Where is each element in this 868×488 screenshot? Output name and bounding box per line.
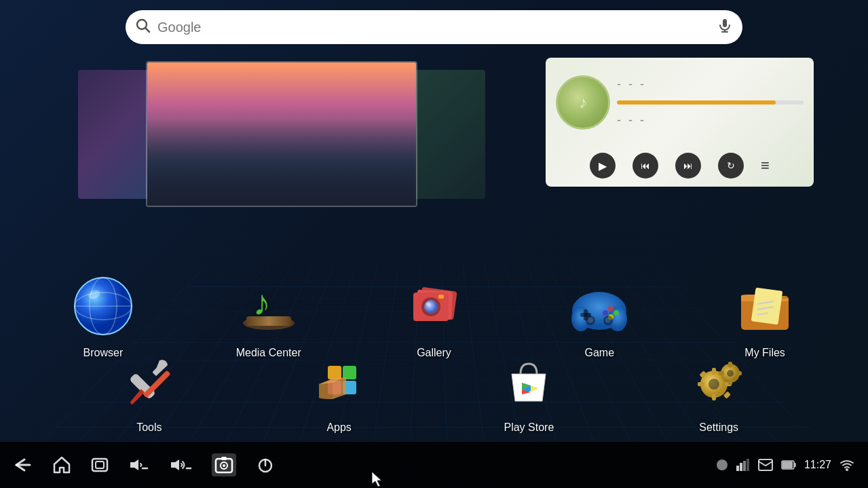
media-center-icon: ♪ [235, 272, 303, 340]
gallery-widget[interactable] [78, 58, 495, 210]
music-top: - - - - - - [546, 58, 814, 147]
svg-point-33 [605, 318, 611, 323]
svg-rect-65 [96, 462, 104, 468]
app-my-files[interactable]: My Files [711, 272, 819, 359]
settings-label: Settings [699, 421, 738, 434]
tools-icon [115, 347, 183, 415]
svg-rect-53 [712, 394, 716, 400]
music-info: - - - - - - [617, 77, 804, 128]
svg-text:♪: ♪ [253, 283, 271, 322]
svg-rect-44 [328, 366, 341, 379]
apps-row-1: Browser ♪ [0, 272, 868, 359]
email-icon[interactable] [758, 459, 773, 471]
svg-rect-75 [736, 466, 739, 471]
svg-point-18 [424, 300, 438, 314]
svg-point-27 [614, 310, 619, 316]
power-button[interactable] [257, 456, 274, 474]
photo-right [411, 70, 485, 199]
svg-point-71 [223, 464, 225, 467]
svg-point-59 [727, 370, 734, 377]
taskbar-left [14, 453, 274, 476]
svg-line-1 [146, 28, 150, 32]
playlist-button[interactable]: ≡ [761, 157, 770, 174]
clock: 11:27 [804, 459, 831, 471]
home-button[interactable] [53, 456, 71, 474]
signal-icon [736, 459, 750, 471]
svg-rect-54 [698, 382, 704, 386]
app-apps[interactable]: Apps [285, 347, 394, 434]
app-game[interactable]: Game [545, 272, 654, 359]
svg-rect-64 [92, 459, 107, 471]
volume-up-button[interactable] [170, 457, 191, 473]
apps-label: Apps [326, 421, 351, 434]
music-title: - - - [617, 77, 804, 92]
app-settings[interactable]: Settings [664, 347, 773, 434]
svg-point-83 [846, 468, 848, 471]
rewind-button[interactable]: ⏮ [633, 153, 658, 179]
search-input[interactable] [157, 20, 711, 35]
svg-rect-69 [221, 457, 227, 460]
svg-point-74 [717, 459, 728, 470]
app-media-center[interactable]: ♪ Media Center [214, 272, 323, 359]
svg-point-31 [588, 318, 593, 323]
tools-label: Tools [136, 421, 162, 434]
svg-point-28 [603, 310, 608, 316]
svg-rect-82 [782, 462, 793, 468]
recent-apps-button[interactable] [91, 457, 109, 472]
app-tools[interactable]: Tools [95, 347, 204, 434]
my-files-icon [731, 272, 799, 340]
search-bar [126, 10, 742, 44]
svg-rect-62 [719, 371, 724, 375]
apps-icon [305, 347, 373, 415]
wifi-icon [839, 459, 854, 471]
battery-icon [781, 460, 796, 470]
browser-icon [69, 272, 137, 340]
music-player-widget: - - - - - - ▶ ⏮ ⏭ ↻ ≡ [546, 58, 814, 187]
svg-rect-76 [740, 463, 742, 471]
svg-rect-60 [728, 362, 732, 367]
svg-rect-52 [712, 368, 716, 375]
circle-status-icon [716, 459, 728, 471]
svg-rect-2 [723, 19, 727, 27]
app-browser[interactable]: Browser [49, 272, 157, 359]
back-button[interactable] [14, 457, 33, 472]
svg-point-26 [608, 306, 614, 312]
fast-forward-button[interactable]: ⏭ [675, 153, 701, 179]
svg-rect-61 [728, 379, 732, 385]
game-icon [565, 272, 633, 340]
settings-icon [685, 347, 753, 415]
music-controls: ▶ ⏮ ⏭ ↻ ≡ [546, 147, 814, 187]
progress-bar[interactable] [617, 100, 804, 105]
svg-point-19 [426, 302, 430, 306]
app-gallery[interactable]: Gallery [379, 272, 488, 359]
svg-point-51 [709, 379, 719, 390]
photo-main [146, 61, 417, 207]
repeat-button[interactable]: ↻ [718, 153, 744, 179]
photo-left [78, 70, 153, 199]
svg-rect-20 [438, 295, 444, 299]
search-icon [136, 18, 151, 37]
svg-rect-78 [747, 459, 749, 471]
taskbar-right: 11:27 [716, 459, 854, 471]
play-button[interactable]: ▶ [590, 153, 616, 179]
music-artist: - - - [617, 113, 804, 128]
volume-down-button[interactable] [129, 457, 149, 473]
app-play-store[interactable]: Play Store [474, 347, 583, 434]
progress-fill [617, 100, 776, 105]
apps-row-2: Tools Apps [0, 347, 868, 434]
content-area: - - - - - - ▶ ⏮ ⏭ ↻ ≡ [0, 51, 868, 437]
gallery-icon [400, 272, 468, 340]
svg-rect-35 [751, 287, 783, 324]
svg-rect-81 [794, 463, 796, 467]
svg-rect-45 [343, 366, 356, 379]
svg-rect-77 [743, 461, 746, 471]
taskbar: 11:27 [0, 442, 868, 488]
play-store-label: Play Store [504, 421, 554, 434]
svg-rect-63 [736, 371, 742, 375]
play-store-icon [495, 347, 563, 415]
screenshot-button[interactable] [212, 453, 236, 476]
microphone-icon[interactable] [717, 18, 732, 37]
album-art [556, 75, 610, 130]
